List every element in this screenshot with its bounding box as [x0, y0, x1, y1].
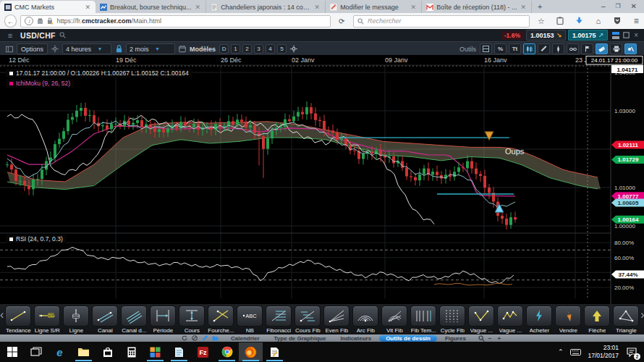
chart-panel-icon[interactable]: [480, 43, 492, 54]
browser-tab[interactable]: Boîte de réception (118) - ...✕: [422, 1, 532, 13]
tab-close-icon[interactable]: ✕: [520, 4, 528, 11]
app-menu-icon[interactable]: ≡: [0, 31, 20, 40]
layout-icon[interactable]: [6, 46, 13, 53]
notifications-icon[interactable]: 2: [625, 345, 638, 358]
browser-tab[interactable]: Breakout, bourse techniqu...✕: [96, 1, 206, 13]
draw-pen-icon[interactable]: [538, 43, 550, 54]
taskbar-filezilla-icon[interactable]: Fz: [191, 342, 215, 361]
close-chart-icon[interactable]: ×: [634, 31, 638, 39]
drawing-tool-sr[interactable]: 1234Ligne S/R: [33, 304, 62, 334]
panel-tab-outils-de-dessin[interactable]: Outils de dessin: [379, 335, 437, 342]
tools-scroll-right[interactable]: ›: [640, 304, 644, 326]
ichimoku-legend[interactable]: IchiMoku (9, 26, 52): [6, 79, 74, 88]
tab-close-icon[interactable]: ✕: [84, 4, 91, 11]
taskbar-photos-icon[interactable]: [143, 342, 167, 361]
taskbar-edge-icon[interactable]: e: [48, 342, 72, 361]
models-button[interactable]: Modèles: [190, 46, 216, 53]
period-button-5[interactable]: 5: [277, 44, 287, 54]
window-close-button[interactable]: ✕: [631, 2, 637, 10]
pocket-shield-icon[interactable]: [609, 17, 624, 26]
snap-toggle-icon[interactable]: [624, 43, 637, 54]
bookmark-star-icon[interactable]: ☆: [533, 17, 548, 26]
taskbar-explorer-icon[interactable]: [72, 342, 96, 361]
rsi-legend[interactable]: RSI (24, 0.7, 0.3): [6, 235, 67, 243]
taskbar-writer-icon[interactable]: [263, 342, 287, 361]
pattern-icon[interactable]: [552, 43, 564, 54]
timeframe-select[interactable]: 4 heures▾: [62, 43, 111, 54]
drawing-tool-fib[interactable]: Fibonacci: [264, 304, 293, 334]
drawing-tool-fibtime[interactable]: Fib Tem...: [409, 304, 438, 334]
drawing-tool-channel3[interactable]: Canal d...: [119, 304, 148, 334]
drawing-tool-period[interactable]: Période: [148, 304, 177, 334]
calendar-icon[interactable]: [179, 46, 186, 53]
text-tool-icon[interactable]: Tt: [509, 43, 521, 54]
drawing-tool-fibprice[interactable]: Cours Fib: [293, 304, 322, 334]
tab-close-icon[interactable]: ✕: [410, 4, 418, 11]
drawing-tool-fibfan[interactable]: Even Fib: [322, 304, 351, 334]
url-bar[interactable]: i https://fr.cmctracker.com/Main.html: [20, 15, 330, 28]
drawing-tool-buy[interactable]: Acheter: [525, 304, 554, 334]
settings-gear-icon[interactable]: [290, 46, 297, 53]
popout-icon[interactable]: [622, 32, 630, 39]
drawing-tool-trend[interactable]: Tendance: [4, 304, 33, 334]
browser-tab[interactable]: Modifier le message✕: [326, 1, 422, 13]
drawing-tool-channel[interactable]: Canal: [90, 304, 119, 334]
home-icon[interactable]: ⌂: [590, 17, 606, 25]
drawing-tool-fibspeed[interactable]: Vit Fib: [380, 304, 409, 334]
refresh-icon[interactable]: [181, 334, 188, 342]
page-info-icon[interactable]: i: [25, 17, 33, 25]
period-button-2[interactable]: 2: [242, 44, 252, 54]
drawing-tool-abc[interactable]: ABCNB: [235, 304, 264, 334]
range-select[interactable]: 2 mois▾: [126, 43, 175, 54]
print-icon[interactable]: [610, 43, 622, 54]
taskbar-notepad-icon[interactable]: [167, 342, 191, 361]
reload-icon[interactable]: ⟳: [334, 17, 349, 25]
chart-canvas[interactable]: Oups1.040001.030001.010001.0000080.00%60…: [0, 55, 644, 304]
candles-style-icon[interactable]: [523, 43, 535, 54]
period-button-4[interactable]: 4: [266, 44, 275, 54]
zoom-out-button[interactable]: −: [486, 335, 495, 342]
taskbar-calculator-icon[interactable]: [119, 342, 143, 361]
panel-tab-figures[interactable]: Figures: [438, 335, 473, 342]
options-button[interactable]: Options: [17, 43, 48, 54]
save-drawing-icon[interactable]: [211, 334, 219, 342]
window-minimize-button[interactable]: –: [601, 2, 606, 10]
symbol-search-icon[interactable]: [59, 32, 67, 39]
menu-icon[interactable]: ≡: [629, 16, 644, 26]
keyboard-icon[interactable]: [569, 348, 581, 355]
zoom-in-button[interactable]: +: [495, 335, 504, 342]
drawing-tool-price[interactable]: Cours: [177, 304, 206, 334]
clipboard-icon[interactable]: [553, 17, 568, 26]
taskbar-clock[interactable]: 23:0117/01/2017: [588, 344, 619, 359]
drawing-tool-fork[interactable]: Fourche...: [206, 304, 235, 334]
zoom-search-icon[interactable]: [478, 334, 486, 342]
search-input[interactable]: Rechercher: [353, 15, 530, 28]
gear-icon[interactable]: [51, 46, 59, 53]
panel-tab-type-de-graphique[interactable]: Type de Graphique: [268, 335, 333, 342]
taskbar-start-icon[interactable]: [0, 342, 24, 361]
buy-price-button[interactable]: 1.00175↗: [568, 30, 608, 41]
new-tab-button[interactable]: +: [532, 2, 549, 13]
panel-tab-calendrier[interactable]: Calendrier: [224, 335, 266, 342]
link-icon[interactable]: [567, 43, 579, 54]
panel-tab-indicateurs[interactable]: Indicateurs: [334, 335, 378, 342]
cursor-flag-icon[interactable]: [581, 43, 593, 54]
drawing-tool-vline[interactable]: 1234Ligne: [62, 304, 90, 334]
period-button-1[interactable]: 1: [231, 44, 240, 54]
lock-warning-icon[interactable]: [46, 17, 54, 25]
lock-icon[interactable]: [115, 46, 122, 53]
download-icon[interactable]: [572, 17, 587, 26]
drawing-tool-sell[interactable]: Vendre: [554, 304, 582, 334]
eraser-icon[interactable]: [596, 43, 608, 54]
drawing-tool-fibarc[interactable]: Arc Fib: [351, 304, 380, 334]
back-button[interactable]: ←: [4, 14, 17, 28]
taskbar-taskview-icon[interactable]: [24, 342, 48, 361]
taskbar-firefox-icon[interactable]: [239, 342, 263, 361]
tray-chevron-icon[interactable]: ⌃: [558, 348, 564, 355]
tab-close-icon[interactable]: ✕: [314, 4, 321, 11]
taskbar-chrome-icon[interactable]: [215, 342, 239, 361]
draw-mode-icon[interactable]: [201, 334, 208, 342]
browser-tab[interactable]: Chandeliers japonais : 14 confi...✕: [206, 1, 326, 13]
drawing-tool-wave2[interactable]: Vague ...: [496, 304, 525, 334]
taskbar-store-icon[interactable]: [96, 342, 119, 361]
